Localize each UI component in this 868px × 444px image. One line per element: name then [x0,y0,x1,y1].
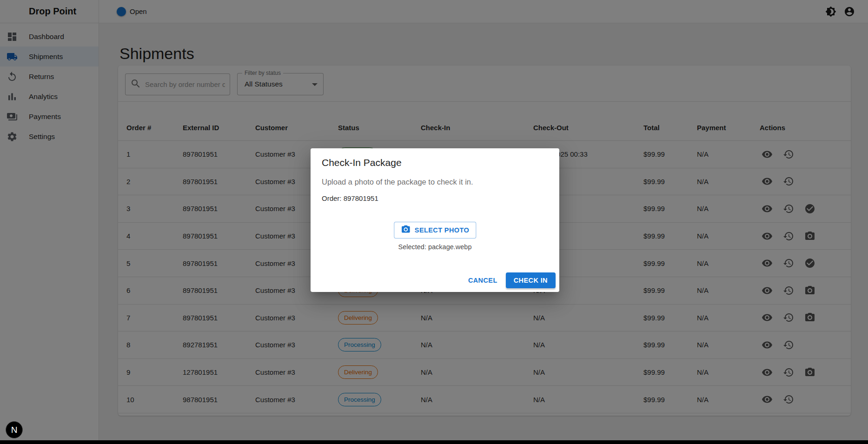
dialog-title: Check-In Package [322,157,402,168]
cancel-button[interactable]: CANCEL [464,273,502,288]
dialog-order-line: Order: 897801951 [322,194,378,202]
selected-file-text: Selected: package.webp [311,243,559,251]
camera-icon [401,225,411,236]
dialog-description: Upload a photo of the package to check i… [322,178,473,186]
select-photo-label: SELECT PHOTO [415,226,469,234]
check-in-dialog: Check-In Package Upload a photo of the p… [311,148,559,292]
bottom-bar [0,440,868,444]
nextjs-dev-badge[interactable]: N [6,421,23,438]
select-photo-button[interactable]: SELECT PHOTO [394,222,476,239]
dialog-actions: CANCEL CHECK IN [464,272,556,288]
check-in-button[interactable]: CHECK IN [506,272,556,288]
app-root: Drop Point Open DashboardShipmentsReturn… [0,0,868,444]
